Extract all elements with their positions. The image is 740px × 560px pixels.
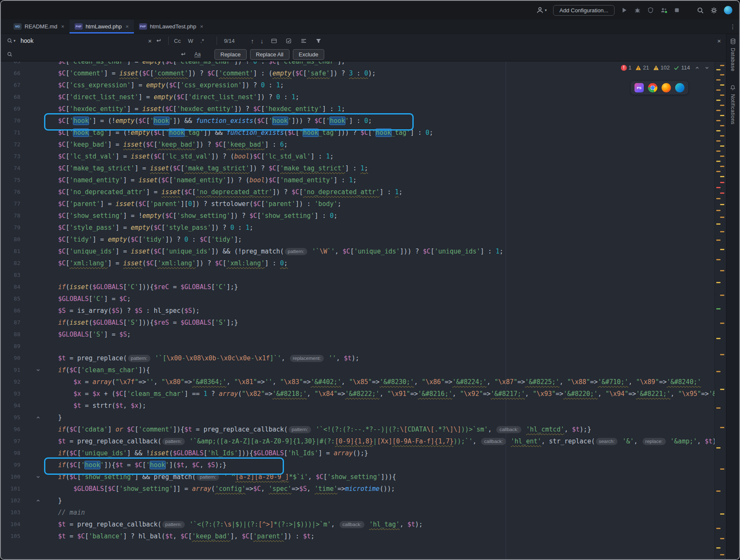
code-line-92[interactable]: 92 $x = array("\x7f"=>'', "\x80"=>'&#836… <box>1 376 715 388</box>
settings-button[interactable] <box>710 7 718 14</box>
line-number[interactable]: 93 <box>1 388 20 400</box>
line-number[interactable]: 99 <box>1 459 20 471</box>
line-number[interactable]: 83 <box>1 269 20 281</box>
close-tab-icon[interactable]: × <box>125 23 129 30</box>
scrollbar-mark[interactable] <box>720 65 724 66</box>
line-number[interactable]: 65 <box>1 61 20 67</box>
scrollbar-mark[interactable] <box>716 140 721 142</box>
line-number[interactable]: 67 <box>1 79 20 91</box>
tab-htmLawed.php[interactable]: PHPhtmLawed.php× <box>70 20 134 33</box>
code-line-101[interactable]: 101 $GLOBALS[$C['show_setting']] = array… <box>1 483 715 495</box>
inspections-widget[interactable]: ! 1 21 102 114 <box>621 64 709 71</box>
scrollbar-mark[interactable] <box>720 249 724 250</box>
scrollbar-mark[interactable] <box>716 240 721 241</box>
scrollbar-mark[interactable] <box>720 176 724 177</box>
line-number[interactable]: 68 <box>1 91 20 103</box>
filter-lines-icon[interactable] <box>300 36 308 45</box>
scrollbar-mark[interactable] <box>716 528 721 529</box>
code-line-77[interactable]: 77$C['parent'] = isset($C['parent'][0]) … <box>1 198 715 210</box>
line-number[interactable]: 81 <box>1 245 20 257</box>
previous-problem-button[interactable] <box>695 65 700 70</box>
coverage-button[interactable] <box>647 7 654 14</box>
scrollbar-mark[interactable] <box>720 182 724 183</box>
code-line-104[interactable]: 104$t = preg_replace_callback(pattern: '… <box>1 518 715 530</box>
chrome-icon[interactable] <box>648 83 657 92</box>
scrollbar-mark[interactable] <box>720 513 724 515</box>
scrollbar-mark[interactable] <box>720 468 724 470</box>
code-line-97[interactable]: 97$t = preg_replace_callback(pattern: '`… <box>1 435 715 447</box>
debug-button[interactable] <box>634 7 641 14</box>
fold-down-icon[interactable] <box>20 471 46 483</box>
run-button[interactable] <box>621 7 628 14</box>
code-line-90[interactable]: 90$t = preg_replace(pattern: '`[\x00-\x0… <box>1 352 715 364</box>
scrollbar-mark[interactable] <box>716 308 721 309</box>
line-number[interactable]: 66 <box>1 67 20 79</box>
tab-options-kebab-icon[interactable]: ⋮ <box>730 20 736 33</box>
scrollbar-mark[interactable] <box>720 74 724 75</box>
scrollbar-mark[interactable] <box>716 282 721 283</box>
replace-history-button[interactable] <box>7 51 13 57</box>
tab-README.md[interactable]: MDREADME.md× <box>8 20 70 33</box>
scrollbar-mark[interactable] <box>716 79 721 81</box>
scrollbar-mark[interactable] <box>716 110 721 111</box>
code-line-65[interactable]: 65$C['clean_ms_char'] = empty($C['clean_… <box>1 61 715 67</box>
code-line-85[interactable]: 85$GLOBALS['C'] = $C; <box>1 293 715 305</box>
scrollbar-mark[interactable] <box>716 447 721 449</box>
open-in-find-window-button[interactable] <box>270 36 278 45</box>
scrollbar-mark[interactable] <box>716 130 721 131</box>
line-number[interactable]: 69 <box>1 103 20 115</box>
code-line-89[interactable]: 89 <box>1 340 715 352</box>
scrollbar-mark[interactable] <box>720 105 724 106</box>
fold-up-icon[interactable] <box>20 495 46 507</box>
new-line-icon[interactable] <box>179 50 187 59</box>
user-account-button[interactable]: ▾ <box>536 6 547 14</box>
code-line-70[interactable]: 70$C['hook'] = (!empty($C['hook']) && fu… <box>1 115 715 127</box>
search-history-button[interactable]: ▾ <box>7 38 16 44</box>
line-number[interactable]: 73 <box>1 150 20 162</box>
code-line-82[interactable]: 82$C['xml:lang'] = isset($C['xml:lang'])… <box>1 257 715 269</box>
stop-button[interactable] <box>674 7 680 13</box>
scrollbar-mark[interactable] <box>720 270 724 271</box>
code-with-me-button[interactable] <box>660 7 668 14</box>
scrollbar-mark[interactable] <box>716 187 721 188</box>
new-line-icon[interactable] <box>154 36 163 45</box>
search-everywhere-button[interactable] <box>697 7 704 14</box>
error-stripe-scrollbar[interactable] <box>715 61 726 559</box>
scrollbar-mark[interactable] <box>716 407 721 409</box>
close-tab-icon[interactable]: × <box>200 23 203 30</box>
search-input[interactable]: hook <box>21 37 146 44</box>
database-icon[interactable] <box>730 38 736 45</box>
select-all-occurrences-button[interactable] <box>285 36 293 45</box>
scrollbar-mark[interactable] <box>716 198 721 199</box>
bell-icon[interactable] <box>730 85 736 91</box>
line-number[interactable]: 105 <box>1 530 20 542</box>
code-line-88[interactable]: 88$GLOBALS['S'] = $S; <box>1 329 715 340</box>
line-number[interactable]: 101 <box>1 483 20 495</box>
line-number[interactable]: 91 <box>1 364 20 376</box>
close-search-panel-icon[interactable]: × <box>717 37 721 45</box>
scrollbar-mark[interactable] <box>716 490 721 492</box>
words-toggle[interactable]: W <box>188 38 193 44</box>
scrollbar-mark[interactable] <box>720 231 724 232</box>
scrollbar-mark[interactable] <box>720 145 724 147</box>
code-line-96[interactable]: 96if($C['cdata'] or $C['comment']){$t = … <box>1 423 715 435</box>
code-line-102[interactable]: 102} <box>1 495 715 507</box>
line-number[interactable]: 92 <box>1 376 20 388</box>
phpstorm-icon[interactable]: PS <box>634 83 644 92</box>
scrollbar-mark[interactable] <box>720 389 724 390</box>
line-number[interactable]: 85 <box>1 293 20 305</box>
line-number[interactable]: 78 <box>1 210 20 222</box>
code-line-81[interactable]: 81$C['unique_ids'] = isset($C['unique_id… <box>1 245 715 257</box>
line-number[interactable]: 84 <box>1 281 20 293</box>
line-number[interactable]: 90 <box>1 352 20 364</box>
scrollbar-mark[interactable] <box>720 125 724 126</box>
code-line-74[interactable]: 74$C['make_tag_strict'] = isset($C['make… <box>1 162 715 174</box>
code-line-84[interactable]: 84if(isset($GLOBALS['C'])){$reC = $GLOBA… <box>1 281 715 293</box>
scrollbar-mark[interactable] <box>720 115 724 116</box>
regex-toggle[interactable]: .* <box>200 38 204 44</box>
scrollbar-mark[interactable] <box>716 547 721 549</box>
fold-up-icon[interactable] <box>20 412 46 423</box>
scrollbar-mark[interactable] <box>716 338 721 339</box>
scrollbar-mark[interactable] <box>720 95 724 96</box>
code-line-66[interactable]: 66$C['comment'] = isset($C['comment']) ?… <box>1 67 715 79</box>
